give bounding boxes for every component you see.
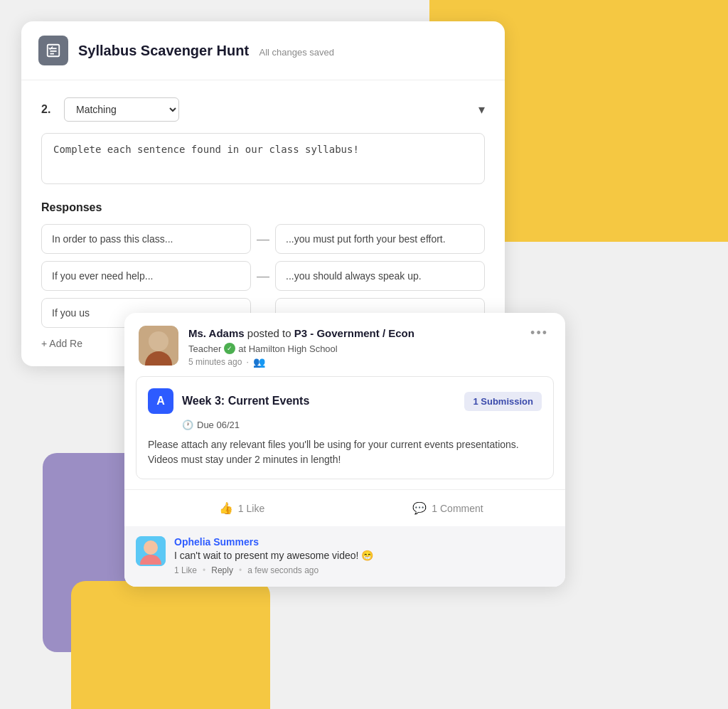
response-left-1[interactable] [41, 224, 251, 254]
response-row-2: — [41, 261, 485, 291]
add-response-button[interactable]: + Add Re [41, 338, 82, 349]
comment-button[interactable]: 💬 1 Comment [345, 497, 551, 519]
clock-icon: 🕐 [182, 420, 193, 430]
teacher-role: Teacher [188, 343, 221, 354]
bg-yellow-bottom [71, 581, 270, 709]
comment-actions: 1 Like • Reply • a few seconds ago [174, 565, 554, 575]
responses-label: Responses [41, 201, 485, 214]
school-name: at Hamilton High School [238, 343, 337, 354]
quiz-icon [38, 36, 68, 65]
interaction-bar: 👍 1 Like 💬 1 Comment [124, 489, 565, 526]
comment-avatar [136, 536, 166, 566]
post-subtitle: Teacher ✓ at Hamilton High School [188, 343, 518, 354]
post-header: Ms. Adams posted to P3 - Government / Ec… [124, 313, 565, 376]
post-more-button[interactable]: ••• [528, 326, 551, 341]
comment-author[interactable]: Ophelia Summers [174, 536, 554, 548]
quiz-title-group: Syllabus Scavenger Hunt All changes save… [78, 43, 334, 59]
question-text-area[interactable]: Complete each sentence found in our clas… [41, 133, 485, 184]
assignment-due: 🕐 Due 06/21 [182, 420, 542, 430]
post-meta: Ms. Adams posted to P3 - Government / Ec… [188, 326, 518, 368]
comment-dot-1: • [203, 565, 205, 575]
comment-icon: 💬 [412, 501, 427, 515]
checklist-icon [46, 43, 61, 58]
response-dash-2: — [257, 269, 269, 284]
assignment-block: A Week 3: Current Events 1 Submission 🕐 … [136, 376, 554, 479]
assignment-icon-letter: A [156, 395, 165, 407]
response-row-1: — [41, 224, 485, 254]
comment-time-ago: a few seconds ago [247, 565, 318, 575]
response-right-2[interactable] [275, 261, 485, 291]
assignment-name: Week 3: Current Events [182, 395, 309, 407]
comment-text: I can't wait to present my awesome video… [174, 550, 554, 561]
comment-content: Ophelia Summers I can't wait to present … [174, 536, 554, 575]
people-icon: 👥 [253, 356, 265, 368]
teacher-avatar [139, 326, 178, 366]
like-button[interactable]: 👍 1 Like [139, 497, 345, 519]
post-time: 5 minutes ago · 👥 [188, 356, 518, 368]
post-class-name: P3 - Government / Econ [294, 327, 414, 339]
assignment-header: A Week 3: Current Events 1 Submission [148, 388, 542, 414]
reply-button[interactable]: Reply [211, 565, 233, 575]
expand-icon[interactable]: ▾ [478, 102, 485, 117]
verified-icon: ✓ [224, 343, 235, 354]
comment-count: 1 Comment [432, 503, 483, 514]
assignment-title-row: A Week 3: Current Events [148, 388, 309, 414]
assignment-description: Please attach any relevant files you'll … [148, 437, 542, 467]
social-card: Ms. Adams posted to P3 - Government / Ec… [124, 313, 565, 587]
post-posted-to: posted to [247, 327, 291, 339]
due-date: Due 06/21 [197, 420, 240, 430]
assignment-icon: A [148, 388, 173, 414]
separator-dot: · [246, 357, 248, 367]
like-count: 1 Like [238, 503, 264, 514]
quiz-title: Syllabus Scavenger Hunt [78, 43, 249, 58]
ophelia-face-illustration [136, 536, 166, 566]
quiz-header: Syllabus Scavenger Hunt All changes save… [21, 21, 505, 80]
saved-status: All changes saved [259, 47, 335, 58]
comment-row: Ophelia Summers I can't wait to present … [136, 536, 554, 575]
question-number: 2. [41, 103, 55, 116]
comment-like-count: 1 Like [174, 565, 197, 575]
comment-dot-2: • [239, 565, 242, 575]
time-ago: 5 minutes ago [188, 357, 242, 367]
response-left-2[interactable] [41, 261, 251, 291]
post-author-line: Ms. Adams posted to P3 - Government / Ec… [188, 326, 518, 341]
response-right-1[interactable] [275, 224, 485, 254]
response-dash-1: — [257, 232, 269, 247]
question-row: 2. Matching Multiple Choice True/False ▾ [41, 97, 485, 122]
post-author-name: Ms. Adams [188, 327, 245, 339]
question-type-select[interactable]: Matching Multiple Choice True/False [64, 97, 179, 122]
teacher-face-illustration [139, 326, 178, 366]
submission-badge[interactable]: 1 Submission [464, 392, 542, 411]
comment-section: Ophelia Summers I can't wait to present … [124, 526, 565, 587]
thumb-icon: 👍 [219, 501, 233, 515]
